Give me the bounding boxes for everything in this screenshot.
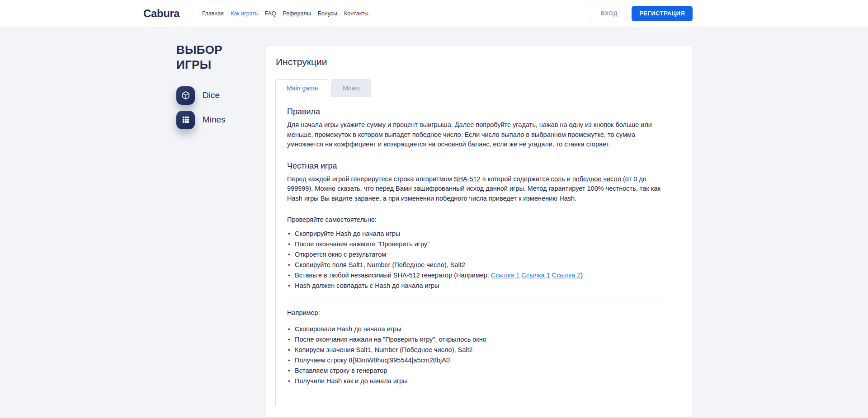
list-item: После окончания нажали на "Проверить игр… — [287, 335, 670, 345]
game-list: DiceMines — [176, 86, 265, 129]
list-item: Получаем строку 8{93mW8huq|995544|a5cm28… — [287, 356, 670, 366]
nav-item[interactable]: Бонусы — [318, 10, 337, 17]
list-item: Скопировали Hash до начала игры — [287, 324, 670, 334]
game-label: Dice — [203, 90, 220, 100]
page-body: ВЫБОРИГРЫ DiceMines Инструкции Main game… — [0, 27, 868, 417]
list-item: Копируем значения Salt1, Number (Победно… — [287, 345, 670, 355]
register-button[interactable]: РЕГИСТРАЦИЯ — [632, 6, 693, 21]
fair-game-text: Перед каждой игрой генерирутеся строка а… — [287, 174, 670, 204]
fair-text-part: в которой содержится — [481, 175, 551, 183]
login-button[interactable]: ВХОД — [591, 6, 627, 21]
verify-intro: Проверяйте самостоятельно: — [287, 215, 670, 225]
fair-text-part: и — [565, 175, 572, 183]
example-intro: Например: — [287, 308, 670, 318]
nav-item[interactable]: Контакты — [344, 10, 368, 17]
nav-item[interactable]: FAQ — [264, 10, 276, 17]
logo[interactable]: Cabura — [143, 7, 179, 20]
fair-text-part: Перед каждой игрой генерирутеся строка а… — [287, 175, 454, 183]
header: Cabura ГлавнаяКак игратьFAQРефералыБонус… — [0, 0, 868, 27]
list-item: Получили Hash как и до начала игры — [287, 376, 670, 386]
sidebar-title-line2: ИГРЫ — [176, 58, 211, 71]
main-nav: ГлавнаяКак игратьFAQРефералыБонусыКонтак… — [202, 10, 368, 17]
list-item: После окончания нажмите "Проверить игру" — [287, 240, 670, 249]
external-link[interactable]: Ссылка 1 — [521, 272, 550, 279]
rules-heading: Правила — [287, 107, 670, 117]
list-item: Откроется окно с результатом — [287, 250, 670, 260]
tab-bar: Main gameMines — [275, 79, 682, 97]
instructions-card: Инструкции Main gameMines Правила Для на… — [265, 45, 692, 417]
sidebar-title: ВЫБОРИГРЫ — [176, 42, 265, 73]
rules-text: Для начала игры укажите сумму и процент … — [287, 120, 670, 150]
fair-game-heading: Честная игра — [287, 161, 670, 171]
example-list: Скопировали Hash до начала игрыПосле око… — [287, 324, 670, 386]
list-item-with-links: Вставьте в любой независимый SHA-512 ген… — [287, 271, 670, 281]
win-number-underlined: победное число — [572, 175, 621, 183]
nav-item[interactable]: Рефералы — [283, 10, 311, 17]
sidebar-item-dice[interactable]: Dice — [176, 86, 265, 105]
sidebar: ВЫБОРИГРЫ DiceMines — [176, 45, 265, 129]
salt-underlined: соль — [551, 175, 565, 183]
list-item: Hash должен совпадать с Hash до начала и… — [287, 281, 670, 291]
tab-content: Правила Для начала игры укажите сумму и … — [275, 97, 682, 406]
card-title: Инструкции — [276, 56, 682, 67]
sha512-underlined: SHA-512 — [454, 175, 481, 183]
nav-item[interactable]: Как играть — [231, 10, 258, 17]
tab-mines[interactable]: Mines — [331, 79, 371, 97]
external-link[interactable]: Ссылка 1 — [491, 272, 519, 279]
external-link[interactable]: Ссылка 2 — [552, 272, 580, 279]
mines-grid-icon — [176, 111, 195, 129]
dice-cube-icon — [176, 86, 195, 105]
tab-main-game[interactable]: Main game — [275, 79, 329, 97]
sidebar-title-line1: ВЫБОР — [176, 43, 222, 56]
list-item: Вставляем строку в генератор — [287, 366, 670, 376]
divider — [287, 297, 670, 297]
sidebar-item-mines[interactable]: Mines — [176, 111, 265, 129]
list-item: Скоприруйте Hash до начала игры — [287, 229, 670, 239]
list-item: Скопируйте поля Salt1, Number (Победное … — [287, 260, 670, 270]
verify-list: Скоприруйте Hash до начала игрыПосле око… — [287, 229, 670, 291]
link-item-suffix: ) — [580, 272, 583, 279]
game-label: Mines — [203, 115, 226, 125]
link-item-prefix: Вставьте в любой независимый SHA-512 ген… — [295, 272, 491, 279]
header-buttons: ВХОД РЕГИСТРАЦИЯ — [591, 6, 693, 21]
nav-item[interactable]: Главная — [202, 10, 224, 17]
